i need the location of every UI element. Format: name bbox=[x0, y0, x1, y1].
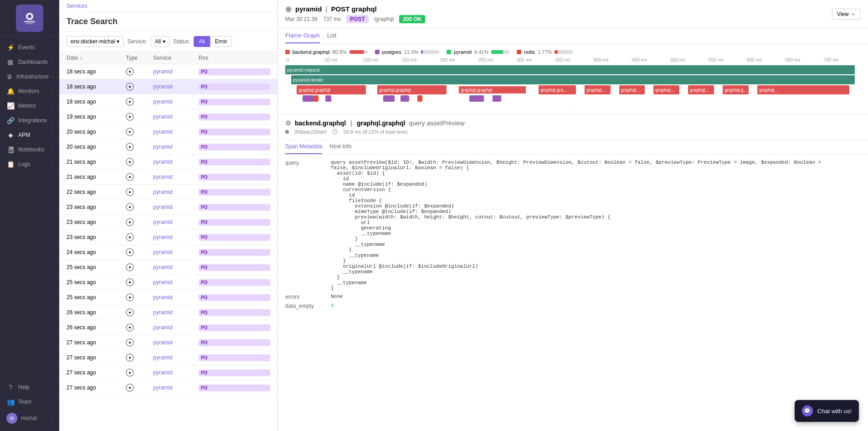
flame-bar-pg-1[interactable] bbox=[303, 95, 314, 102]
service-link[interactable]: pyramid bbox=[153, 324, 199, 331]
infrastructure-icon: 🖥 bbox=[6, 73, 13, 80]
flame-bar-graphql-9[interactable]: graphql.g... bbox=[723, 85, 749, 94]
tab-host-info[interactable]: Host Info bbox=[329, 140, 351, 154]
flame-bar-redis-2[interactable] bbox=[417, 95, 422, 102]
flame-bar-pg-6[interactable] bbox=[493, 95, 501, 102]
service-link[interactable]: pyramid bbox=[153, 339, 199, 346]
sidebar-item-help[interactable]: ? Help bbox=[0, 380, 59, 395]
trace-row[interactable]: 27 secs ago ● pyramid PO bbox=[59, 365, 277, 380]
method-badge: PO bbox=[199, 129, 270, 135]
sidebar-item-apm[interactable]: ◈ APM › bbox=[0, 128, 59, 142]
flame-bar-graphql-2[interactable]: graphql.graphql bbox=[377, 85, 447, 94]
trace-row[interactable]: 22 secs ago ● pyramid PO bbox=[59, 185, 277, 200]
trace-row[interactable]: 25 secs ago ● pyramid PO bbox=[59, 260, 277, 275]
service-link[interactable]: pyramid bbox=[153, 144, 199, 150]
legend-redis: redis 1.77% bbox=[517, 49, 573, 55]
breadcrumb-link[interactable]: Services bbox=[67, 3, 87, 9]
trace-row[interactable]: 27 secs ago ● pyramid PO bbox=[59, 335, 277, 350]
service-link[interactable]: pyramid bbox=[153, 279, 199, 286]
trace-row[interactable]: 21 secs ago ● pyramid PO bbox=[59, 155, 277, 170]
metadata-table: query query assetPreview($id: ID!, $widt… bbox=[278, 155, 868, 314]
trace-row[interactable]: 20 secs ago ● pyramid PO bbox=[59, 125, 277, 140]
service-link[interactable]: pyramid bbox=[153, 129, 199, 135]
trace-row[interactable]: 26 secs ago ● pyramid PO bbox=[59, 320, 277, 335]
service-link[interactable]: pyramid bbox=[153, 249, 199, 255]
trace-search-panel: Services Trace Search env:docker-michal … bbox=[59, 0, 278, 431]
service-link[interactable]: pyramid bbox=[153, 189, 199, 195]
sidebar-item-notebooks[interactable]: 📓 Notebooks › bbox=[0, 142, 59, 157]
service-link[interactable]: pyramid bbox=[153, 234, 199, 240]
sidebar-item-user[interactable]: M michal › bbox=[0, 409, 59, 427]
flame-bar-graphql-8[interactable]: graphql... bbox=[688, 85, 714, 94]
tab-flame-graph[interactable]: Flame Graph bbox=[285, 28, 320, 43]
status-tab-all[interactable]: All bbox=[194, 36, 210, 47]
service-link[interactable]: pyramid bbox=[153, 83, 199, 90]
service-icon: ◉ bbox=[285, 5, 292, 13]
sidebar-item-dashboards[interactable]: ▦ Dashboards › bbox=[0, 55, 59, 69]
view-button[interactable]: View → bbox=[832, 9, 861, 20]
service-link[interactable]: pyramid bbox=[153, 174, 199, 180]
gear-icon: ⚙ bbox=[285, 119, 291, 127]
service-link[interactable]: pyramid bbox=[153, 369, 199, 376]
method-badge: PO bbox=[199, 204, 270, 211]
trace-row[interactable]: 27 secs ago ● pyramid PO bbox=[59, 380, 277, 395]
trace-row[interactable]: 25 secs ago ● pyramid PO bbox=[59, 275, 277, 290]
service-link[interactable]: pyramid bbox=[153, 294, 199, 301]
service-link[interactable]: pyramid bbox=[153, 219, 199, 225]
flame-bar-pyramid-request[interactable]: pyramid.request bbox=[285, 65, 855, 74]
service-link[interactable]: pyramid bbox=[153, 384, 199, 391]
service-link[interactable]: pyramid bbox=[153, 264, 199, 270]
flame-bar-redis-1[interactable] bbox=[314, 95, 318, 102]
trace-row[interactable]: 18 secs ago ● pyramid PO bbox=[59, 94, 277, 109]
flame-bar-pg-3[interactable] bbox=[383, 95, 395, 102]
trace-row[interactable]: 18 secs ago ● pyramid PO bbox=[59, 64, 277, 79]
flame-bar-graphql-7[interactable]: graphql... bbox=[653, 85, 679, 94]
flame-bar-pyramid-render[interactable]: pyramid.render bbox=[291, 75, 855, 84]
env-filter[interactable]: env:docker-michal ▾ bbox=[67, 36, 123, 47]
trace-row[interactable]: 24 secs ago ● pyramid PO bbox=[59, 245, 277, 260]
tab-span-metadata[interactable]: Span Metadata bbox=[285, 140, 322, 154]
flame-bar-graphql-10[interactable]: graphql... bbox=[757, 85, 849, 94]
service-link[interactable]: pyramid bbox=[153, 99, 199, 105]
service-link[interactable]: pyramid bbox=[153, 204, 199, 210]
flame-bar-graphql-1[interactable]: graphql.graphql bbox=[297, 85, 366, 94]
resize-handle[interactable]: ⋯ bbox=[278, 104, 868, 111]
sidebar-item-metrics[interactable]: 📈 Metrics › bbox=[0, 99, 59, 113]
flame-bar-pg-5[interactable] bbox=[469, 95, 484, 102]
meta-value-query: query assetPreview($id: ID!, $width: Pre… bbox=[331, 160, 861, 291]
tab-list[interactable]: List bbox=[327, 28, 336, 43]
trace-row[interactable]: 23 secs ago ● pyramid PO bbox=[59, 230, 277, 245]
flame-bar-graphql-3[interactable]: graphql.graphql bbox=[458, 85, 527, 94]
flame-bar-pg-4[interactable] bbox=[401, 95, 409, 102]
sidebar-item-events[interactable]: ⚡ Events › bbox=[0, 40, 59, 55]
service-link[interactable]: pyramid bbox=[153, 68, 199, 75]
service-link[interactable]: pyramid bbox=[153, 354, 199, 361]
service-link[interactable]: pyramid bbox=[153, 309, 199, 316]
trace-row[interactable]: 21 secs ago ● pyramid PO bbox=[59, 170, 277, 185]
type-icon: ● bbox=[126, 158, 153, 166]
trace-row[interactable]: 27 secs ago ● pyramid PO bbox=[59, 350, 277, 365]
service-link[interactable]: pyramid bbox=[153, 159, 199, 165]
trace-row[interactable]: 20 secs ago ● pyramid PO bbox=[59, 140, 277, 155]
sidebar-item-logs[interactable]: 📋 Logs › bbox=[0, 157, 59, 171]
trace-row[interactable]: 25 secs ago ● pyramid PO bbox=[59, 290, 277, 305]
sidebar-item-monitors[interactable]: 🔔 Monitors › bbox=[0, 84, 59, 99]
flame-bar-pg-2[interactable] bbox=[325, 95, 331, 102]
flame-bar-graphql-4[interactable]: graphql.gra... bbox=[539, 85, 576, 94]
trace-row[interactable]: 18 secs ago ● pyramid PO bbox=[59, 79, 277, 94]
sidebar-item-team[interactable]: 👥 Team bbox=[0, 395, 59, 409]
trace-row[interactable]: 23 secs ago ● pyramid PO bbox=[59, 215, 277, 230]
trace-row[interactable]: 19 secs ago ● pyramid PO bbox=[59, 109, 277, 125]
status-tab-error[interactable]: Error bbox=[210, 36, 232, 47]
flame-bar-graphql-5[interactable]: graphql... bbox=[585, 85, 611, 94]
sidebar-item-integrations[interactable]: 🔗 Integrations › bbox=[0, 113, 59, 128]
flame-label: graphql... bbox=[655, 88, 674, 93]
chat-widget[interactable]: 💬 Chat with us! bbox=[795, 400, 859, 422]
trace-row[interactable]: 26 secs ago ● pyramid PO bbox=[59, 305, 277, 320]
trace-row[interactable]: 23 secs ago ● pyramid PO bbox=[59, 200, 277, 215]
clock-icon: 🕐 bbox=[332, 129, 338, 135]
service-link[interactable]: pyramid bbox=[153, 114, 199, 120]
sidebar-item-infrastructure[interactable]: 🖥 Infrastructure › bbox=[0, 69, 59, 84]
flame-bar-graphql-6[interactable]: graphql... bbox=[619, 85, 645, 94]
service-filter[interactable]: All ▾ bbox=[151, 36, 169, 47]
